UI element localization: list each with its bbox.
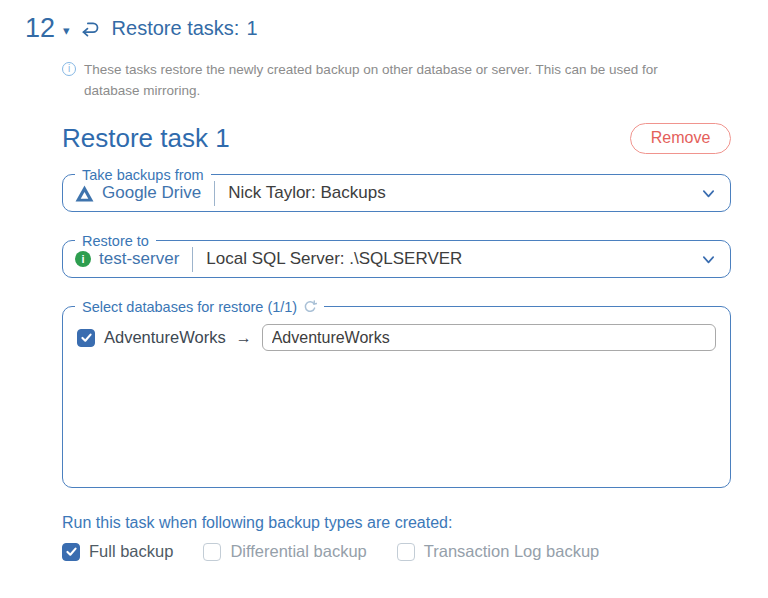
option-differential-backup[interactable]: Differential backup [203, 542, 366, 561]
divider [192, 247, 193, 272]
arrow-right-icon: → [236, 329, 252, 347]
destination-select[interactable]: Restore to i test-server Local SQL Serve… [62, 240, 731, 278]
info-icon: i [62, 62, 76, 76]
google-drive-icon [75, 185, 94, 202]
info-text: These tasks restore the newly created ba… [84, 59, 696, 101]
task-count: 1 [246, 17, 257, 40]
page-title: Restore tasks: [112, 17, 240, 40]
database-checkbox[interactable] [77, 329, 95, 347]
destination-server-label: test-server [99, 249, 179, 269]
restore-as-input[interactable] [262, 324, 716, 351]
option-full-backup[interactable]: Full backup [62, 542, 173, 561]
differential-backup-label: Differential backup [230, 542, 366, 561]
transaction-log-backup-checkbox[interactable] [397, 543, 415, 561]
chevron-down-icon [701, 186, 716, 201]
source-select[interactable]: Take backups from Google Drive Nick Tayl… [62, 174, 731, 212]
source-selected-value: Nick Taylor: Backups [228, 183, 693, 203]
task-title: Restore task 1 [62, 122, 230, 154]
differential-backup-checkbox[interactable] [203, 543, 221, 561]
source-provider-label: Google Drive [102, 183, 201, 203]
option-transaction-log-backup[interactable]: Transaction Log backup [397, 542, 600, 561]
undo-icon[interactable] [80, 19, 101, 40]
info-note: i These tasks restore the newly created … [62, 59, 708, 101]
refresh-icon[interactable] [303, 300, 317, 314]
chevron-down-icon [701, 252, 716, 267]
destination-legend: Restore to [75, 231, 156, 251]
task-header: Restore task 1 Remove [62, 122, 731, 154]
divider [214, 181, 215, 206]
step-number: 12 [25, 13, 55, 43]
full-backup-label: Full backup [89, 542, 173, 561]
databases-panel: Select databases for restore (1/1) Adven… [62, 306, 731, 488]
server-info-icon[interactable]: i [75, 251, 91, 267]
transaction-log-backup-label: Transaction Log backup [424, 542, 600, 561]
database-name: AdventureWorks [104, 328, 226, 347]
destination-selected-value: Local SQL Server: .\SQLSERVER [206, 249, 693, 269]
run-when-label: Run this task when following backup type… [62, 514, 768, 532]
databases-legend: Select databases for restore (1/1) [82, 297, 297, 317]
step-header: 12 ▾ Restore tasks: 1 [0, 0, 768, 43]
backup-type-options: Full backup Differential backup Transact… [62, 542, 768, 561]
source-legend: Take backups from [75, 165, 211, 185]
chevron-down-icon[interactable]: ▾ [63, 23, 70, 38]
remove-button[interactable]: Remove [630, 123, 731, 154]
full-backup-checkbox[interactable] [62, 543, 80, 561]
